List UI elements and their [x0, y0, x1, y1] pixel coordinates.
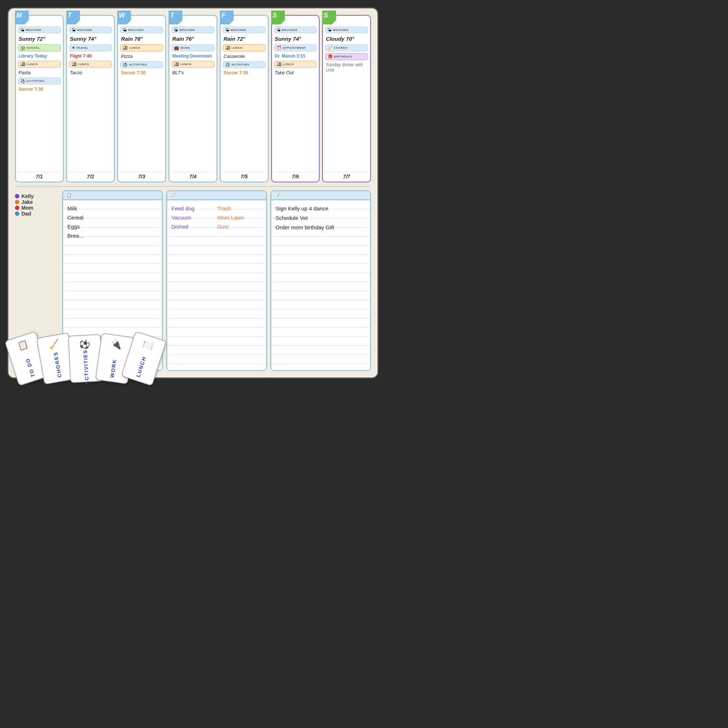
event-icon-5: ⏰	[277, 46, 282, 50]
chore-right-1: Mom Lawn	[217, 213, 262, 222]
weather-text-6: Cloudy 70°	[325, 35, 368, 43]
activity-text-4: Soccer 7:30	[223, 70, 266, 76]
event-badge-label-3: WORK	[180, 46, 190, 49]
event-icon-6: 🧹	[327, 46, 333, 50]
lunch-badge-1: 🍱LUNCH	[69, 61, 112, 68]
day-card-m0: M🌤WEATHERSunny 72°🏫SCHOOLLibrary Today🍱L…	[15, 15, 64, 182]
day-tab-letter-3: T	[170, 12, 174, 19]
date-label-4: 7/5	[223, 172, 266, 179]
weather-label-6: WEATHER	[333, 28, 348, 32]
day-card-t1: T🌤WEATHERSunny 74°✈TRAVELFlight 7:45🍱LUN…	[66, 15, 115, 182]
chores-icon: 🧹	[171, 193, 176, 198]
weather-badge-3: 🌤WEATHER	[171, 27, 214, 33]
lunch-icon-1: 🍱	[72, 62, 77, 67]
sticker-area: 📋TO DO🧹CHORES⚽ACTIVITIES🔌WORK🍽️LUNCH	[11, 335, 160, 382]
lunch-text-3: BLT's	[171, 70, 214, 76]
weather-icon-1: 🌤	[72, 28, 76, 32]
lunch-icon-0: 🍱	[20, 62, 26, 67]
activity-text-6: Sunday dinner with Lisa	[325, 62, 368, 73]
day-tab-letter-5: S	[273, 12, 277, 19]
sticker-label-4: LUNCH	[135, 356, 147, 378]
lunch-text-2: Pizza	[120, 53, 163, 59]
weather-label-4: WEATHER	[230, 28, 246, 32]
weather-label-1: WEATHER	[77, 28, 92, 32]
lunch-badge-label-1: LUNCH	[78, 63, 89, 66]
calendar-section: M🌤WEATHERSunny 72°🏫SCHOOLLibrary Today🍱L…	[15, 15, 371, 182]
color-key-item-3: Dad	[15, 211, 59, 217]
event-text-1: Flight 7:45	[69, 53, 112, 59]
chore-left-0: Feed dog	[171, 204, 216, 213]
todo-item-2: Order mom birthday Gift	[275, 223, 366, 232]
weather-text-3: Rain 76°	[171, 35, 214, 43]
weather-icon-3: 🌤	[174, 28, 178, 32]
lunch-badge-label-4: LUNCH	[231, 46, 243, 49]
sticker-icon-1: 🧹	[48, 338, 60, 350]
date-label-6: 7/7	[325, 172, 368, 179]
lunch-icon-2: 🍱	[123, 46, 128, 50]
lunch-icon-4: 🍱	[225, 46, 230, 50]
chores-panel: 🧹 Feed dogTrashVacuumMom LawnDishedDust	[166, 190, 267, 371]
activity-icon-6: 🎁	[327, 54, 333, 59]
todo-item-0: Sign Kelly up 4 dance	[275, 204, 366, 213]
lunch-badge-label-0: LUNCH	[27, 63, 38, 66]
groceries-header: 📋	[63, 191, 162, 200]
weather-icon-2: 🌤	[123, 28, 127, 32]
date-label-0: 7/1	[18, 172, 61, 179]
section-divider	[15, 186, 371, 187]
event-badge-label-1: TRAVEL	[76, 46, 89, 49]
day-inner-4: 🌤WEATHERRain 72°🍱LUNCHCasserole⚽ACTIVITI…	[220, 25, 268, 182]
activity-badge-label-4: ACTIVITIES	[231, 63, 249, 66]
sticker-icon-4: 🍽️	[141, 338, 155, 352]
day-tab-2: W	[117, 11, 131, 24]
color-key-item-1: Jake	[15, 199, 59, 205]
event-icon-1: ✈	[72, 46, 75, 50]
color-key-name-1: Jake	[21, 199, 33, 205]
event-icon-3: 💼	[174, 46, 179, 50]
weekly-planner-board: M🌤WEATHERSunny 72°🏫SCHOOLLibrary Today🍱L…	[7, 7, 379, 379]
activity-badge-6: 🎁BIRTHDAYS	[325, 53, 368, 60]
event-text-0: Library Today	[18, 53, 61, 59]
todo-body: Sign Kelly up 4 danceSchedule VetOrder m…	[271, 200, 370, 370]
activity-icon-0: ⚽	[20, 79, 26, 83]
weather-badge-0: 🌤WEATHER	[18, 27, 61, 33]
weather-text-4: Rain 72°	[223, 35, 266, 43]
chores-grid: Feed dogTrashVacuumMom LawnDishedDust	[171, 204, 262, 231]
sticker-icon-0: 📋	[16, 338, 29, 352]
weather-icon-0: 🌤	[20, 28, 24, 32]
event-text-5: Dr. Massh 3:15	[274, 53, 317, 59]
grocery-item-0: Milk	[67, 204, 158, 213]
lunch-text-0: Pasta	[18, 70, 61, 76]
activity-text-2: Soccer 7:30	[120, 70, 163, 76]
day-tab-4: F	[220, 11, 234, 24]
groceries-icon: 📋	[67, 193, 72, 198]
grocery-item-3: Brea...	[67, 231, 158, 240]
day-inner-6: 🌤WEATHERCloudy 70°🧹CHORES🎁BIRTHDAYSSunda…	[323, 25, 370, 182]
board-wrapper: M🌤WEATHERSunny 72°🏫SCHOOLLibrary Today🍱L…	[0, 0, 386, 386]
event-badge-0: 🏫SCHOOL	[18, 44, 61, 51]
weather-badge-1: 🌤WEATHER	[69, 27, 112, 33]
sticker-label-1: CHORES	[52, 351, 63, 378]
todo-panel: 📝 Sign Kelly up 4 danceSchedule VetOrder…	[271, 190, 371, 371]
day-card-s6: S🌤WEATHERCloudy 70°🧹CHORES🎁BIRTHDAYSSund…	[322, 15, 371, 182]
lunch-icon-3: 🍱	[174, 62, 179, 67]
date-label-2: 7/3	[120, 172, 163, 179]
day-tab-letter-0: M	[16, 12, 22, 19]
event-badge-5: ⏰APPOINTMENT	[274, 44, 317, 51]
activity-badge-0: ⚽ACTIVITIES	[18, 78, 61, 84]
activity-badge-label-6: BIRTHDAYS	[334, 55, 352, 58]
weather-label-3: WEATHER	[179, 28, 195, 32]
lunch-text-4: Casserole	[223, 53, 266, 59]
color-dot-1	[15, 200, 19, 204]
lunch-badge-2: 🍱LUNCH	[120, 44, 163, 51]
day-inner-5: 🌤WEATHERSunny 74°⏰APPOINTMENTDr. Massh 3…	[272, 25, 319, 182]
event-badge-label-6: CHORES	[334, 46, 347, 49]
color-key-item-2: Mom	[15, 205, 59, 211]
weather-text-1: Sunny 74°	[69, 35, 112, 43]
lunch-text-5: Take Out	[274, 70, 317, 76]
day-inner-2: 🌤WEATHERRain 78°🍱LUNCHPizza⚽ACTIVITIESSo…	[118, 25, 165, 182]
day-tab-1: T	[66, 11, 80, 24]
todo-header: 📝	[271, 191, 370, 200]
activity-icon-2: ⚽	[123, 62, 128, 67]
weather-icon-4: 🌤	[225, 28, 229, 32]
date-label-1: 7/2	[69, 172, 112, 179]
